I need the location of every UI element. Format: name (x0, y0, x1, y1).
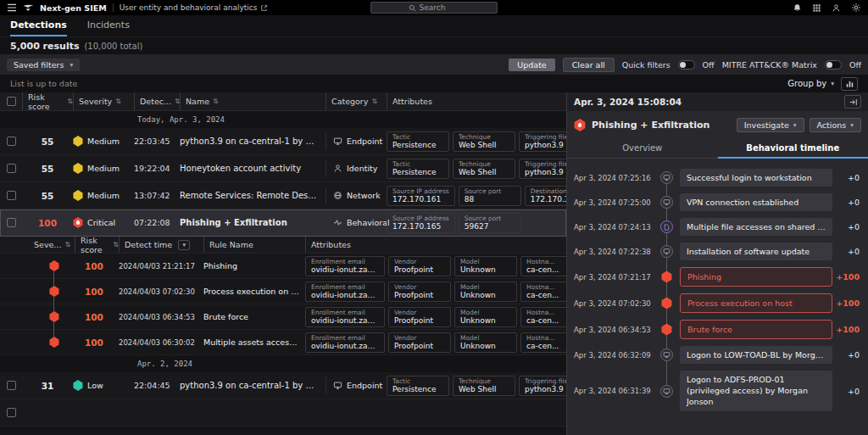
sort-icon: ⇅ (115, 98, 121, 105)
attr-chip: Hostna...ca-cen... (520, 282, 566, 302)
attr-value: ca-cen... (526, 265, 566, 275)
event-description[interactable]: Installation of software update (680, 243, 832, 260)
attr-value: ca-cen... (526, 316, 566, 326)
subtable-row[interactable]: 100 2024/04/03 06:30:02 Multiple assets … (0, 330, 566, 355)
subheader-severity[interactable]: Seve...⇅ (34, 237, 75, 253)
subheader-rule-name[interactable]: Rule Name (203, 237, 305, 253)
user-icon[interactable] (832, 3, 841, 13)
subtable-row[interactable]: 100 2024/04/03 07:02:30 Process executio… (0, 279, 566, 304)
file-icon (664, 224, 670, 231)
table-row[interactable] (0, 399, 566, 427)
attr-value: Unknown (460, 316, 511, 326)
severity-medium-icon (73, 163, 83, 174)
subheader-detect-time[interactable]: Detect time▾ (119, 237, 203, 253)
attr-value: Unknown (460, 342, 511, 351)
quick-filters-toggle[interactable] (678, 60, 695, 70)
severity-critical-icon (49, 311, 59, 322)
event-node (660, 196, 673, 209)
bell-icon[interactable] (793, 3, 802, 13)
event-time: Apr 3, 2024 07:24:13 (574, 223, 660, 231)
attr-value: python3.9 (525, 385, 566, 394)
event-description[interactable]: Phishing (680, 267, 832, 287)
timeline-event: Apr 3, 2024 07:25:00 VPN connection esta… (574, 193, 861, 211)
header-name[interactable]: Name⇅ (180, 92, 326, 110)
search-field[interactable] (420, 3, 460, 12)
header-severity[interactable]: Severity⇅ (73, 92, 134, 110)
rule-name: Brute force (203, 312, 305, 321)
attr-value: Unknown (460, 265, 511, 275)
attr-chip: VendorProofpoint (388, 332, 451, 353)
tab-detections[interactable]: Detections (10, 15, 67, 36)
header-detect-time[interactable]: Detec...⇅ (134, 92, 180, 110)
update-button[interactable]: Update (509, 59, 554, 71)
mitre-matrix-toggle[interactable] (825, 60, 842, 70)
table-row[interactable]: 55 Medium 22:03:45 python3.9 on ca-centr… (0, 128, 566, 155)
event-description[interactable]: Multiple file accesses on shared drive (680, 218, 832, 236)
event-description[interactable]: Logon to ADFS-PROD-01 (privileged access… (680, 371, 832, 411)
search-input[interactable] (370, 2, 498, 14)
primary-tabs: Detections Incidents (0, 15, 868, 37)
attr-value: ca-cen... (526, 342, 566, 351)
actions-button[interactable]: Actions▾ (810, 118, 861, 132)
filter-bar-right: Update Clear all Quick filters Off MITRE… (509, 58, 861, 72)
row-checkbox[interactable] (7, 164, 16, 173)
gear-icon[interactable] (851, 3, 861, 13)
chevron-down-icon: ▾ (831, 80, 834, 87)
attributes-cell: TacticPersistence TechniqueWeb Shell Tri… (387, 131, 566, 152)
panel-collapse-button[interactable] (844, 95, 861, 109)
subtable-row[interactable]: 100 2024/04/03 21:21:17 Phishing Enrollm… (0, 254, 566, 279)
chart-view-button[interactable] (841, 77, 858, 91)
app-subtitle: User entity and behavioral analytics (120, 3, 269, 12)
timeline-event-alert: Apr 3, 2024 07:21:17 Phishing +100 (574, 267, 861, 287)
row-checkbox[interactable] (7, 137, 16, 146)
event-node (660, 171, 673, 184)
table-row[interactable]: 55 Medium 13:07:42 Remote Services: Remo… (0, 182, 566, 209)
subtable-row[interactable]: 100 2024/04/03 06:34:53 Brute force Enro… (0, 304, 566, 330)
row-checkbox[interactable] (7, 381, 16, 390)
row-checkbox[interactable] (7, 218, 16, 227)
investigate-label: Investigate (744, 120, 789, 130)
menu-icon[interactable] (7, 3, 17, 12)
header-risk-score-label: Risk score (28, 92, 64, 111)
attributes-cell: Source IP address172.170.165 Source port… (387, 213, 566, 233)
event-time: Apr 3, 2024 07:22:38 (574, 248, 660, 256)
external-link-icon[interactable] (260, 4, 268, 12)
clear-all-button[interactable]: Clear all (563, 58, 615, 72)
event-description[interactable]: Brute force (680, 320, 832, 339)
apps-grid-icon[interactable] (812, 3, 821, 13)
tab-incidents[interactable]: Incidents (87, 15, 130, 36)
bar-chart-icon (845, 80, 854, 88)
event-description[interactable]: Successful login to workstation (680, 169, 832, 187)
event-description[interactable]: Logon to LOW-TOAD-BL by Morgan Jonson (680, 346, 832, 364)
attr-chip: TacticPersistence (387, 131, 449, 152)
table-row[interactable]: 55 Medium 19:22:04 Honeytoken account ac… (0, 155, 566, 182)
header-category[interactable]: Category⇅ (326, 92, 387, 110)
subheader-attributes: Attributes (305, 237, 566, 253)
row-checkbox[interactable] (7, 408, 16, 417)
saved-filters-dropdown[interactable]: Saved filters ▾ (7, 59, 80, 71)
severity-cell: Medium (73, 136, 134, 147)
table-row-selected[interactable]: 100 Critical 07:22:08 Phishing + Exfiltr… (0, 209, 566, 237)
attr-chip: Source IP address172.170.161 (387, 186, 455, 206)
attr-value: python3.9 (525, 168, 566, 177)
detect-time-filter-dropdown[interactable]: ▾ (178, 240, 190, 250)
event-description[interactable]: VPN connection established (680, 193, 832, 211)
attr-label: Vendor (394, 309, 445, 316)
attr-chip: Enrollment emailovidiu-ionut.zamfir@... (305, 332, 385, 353)
attr-chip: Source IP address172.170.165 (387, 213, 455, 233)
attr-chip: VendorProofpoint (388, 282, 451, 302)
header-risk-score[interactable]: Risk score⇅ (22, 92, 73, 110)
tab-overview[interactable]: Overview (567, 138, 718, 158)
tab-behavioral-timeline[interactable]: Behavioral timeline (718, 138, 868, 158)
attr-label: Enrollment email (311, 258, 379, 265)
row-checkbox[interactable] (7, 191, 16, 200)
panel-header: Apr. 3, 2024 15:08:04 (567, 92, 868, 111)
investigate-button[interactable]: Investigate▾ (737, 118, 804, 132)
select-all-checkbox[interactable] (7, 97, 16, 106)
table-row[interactable]: 31 Low 22:04:45 python3.9 on ca-central-… (0, 372, 566, 399)
group-by-dropdown[interactable]: Group by ▾ (787, 79, 834, 88)
subheader-risk[interactable]: Risk score⇅ (75, 237, 119, 253)
risk-score: 31 (22, 381, 73, 391)
event-description[interactable]: Process execution on host (680, 293, 832, 313)
attr-chip: Hostna...ca-cen... (520, 307, 566, 327)
